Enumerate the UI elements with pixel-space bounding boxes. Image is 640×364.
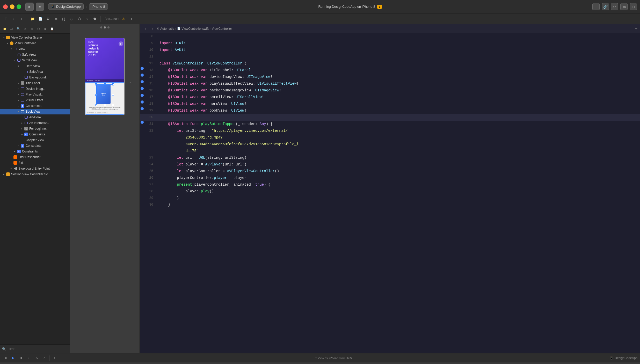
tree-item-constraints2[interactable]: ▸ C Constraints [0, 132, 70, 137]
test-icon[interactable]: ◇ [68, 16, 75, 22]
tree-arrow: ▸ [17, 105, 20, 107]
editor-icon[interactable]: ▭ [620, 3, 628, 10]
bc-symbol[interactable]: ViewController [212, 27, 232, 31]
bp-17[interactable] [140, 94, 144, 97]
bp-14[interactable] [140, 74, 144, 77]
bp-19[interactable] [140, 107, 144, 110]
code-line-11: 11 [140, 53, 640, 60]
status-step-in-btn[interactable]: ↘ [34, 355, 39, 361]
back-btn[interactable]: ‹ [10, 16, 17, 22]
nav-report-icon[interactable]: 📋 [49, 26, 55, 32]
device-selector[interactable]: iPhone 8 [89, 3, 108, 10]
editor-forward-btn[interactable]: › [150, 26, 155, 32]
nav-git-icon[interactable]: ⎇ [9, 26, 14, 32]
run-icon[interactable]: ▷ [84, 16, 90, 22]
tree-item-hero-view[interactable]: ▾ Hero View [0, 63, 70, 69]
status-pause-btn[interactable]: ⏸ [18, 355, 24, 361]
nav-breakpoint-icon[interactable]: ◉ [42, 26, 48, 32]
tree-item-first-responder[interactable]: ▸ First Responder [0, 154, 70, 160]
warning-badge[interactable]: 1 [377, 5, 382, 9]
tree-item-safe-area2[interactable]: ▸ Safe Area [0, 69, 70, 75]
tree-item-safe-area[interactable]: ▸ Safe Area [0, 52, 70, 57]
nav-test-icon[interactable]: ◇ [29, 26, 35, 32]
debug-icon[interactable]: ⬡ [76, 16, 83, 22]
editor-toolbar: ‹ › ⚙ Automatic › 📄 ViewController.swift… [140, 24, 640, 33]
tree-item-vc-scene[interactable]: ▾ View Controller Scene [0, 35, 70, 40]
tree-item-art-book[interactable]: ▸ Art-Book [0, 114, 70, 120]
nav-debug-icon[interactable]: ⬡ [36, 26, 41, 32]
tree-item-constraints3[interactable]: ▸ C Constraints [0, 143, 70, 149]
code-area[interactable]: 8 9 import UIKit 10 import AVKit 11 [140, 33, 640, 353]
nav-folder-icon[interactable]: 📁 [2, 26, 8, 32]
play-button[interactable]: ▶ [25, 3, 34, 11]
tree-item-view[interactable]: ▾ View [0, 46, 70, 52]
warning-icon[interactable]: ⚠ [120, 16, 127, 22]
bc-automatic[interactable]: ⚙ Automatic [157, 27, 174, 31]
nav-toggle-btn[interactable]: ⊞ [3, 16, 9, 22]
code-editor-panel: ‹ › ⚙ Automatic › 📄 ViewController.swift… [140, 24, 640, 353]
status-step-btn[interactable]: ↓ [26, 355, 32, 361]
nav-arrows[interactable]: › [128, 16, 135, 22]
line-content-29: } [157, 195, 640, 201]
tree-item-constraints4[interactable]: ▸ C Constraints [0, 149, 70, 154]
tree-item-an-interactive[interactable]: ▸ An Interactiv... [0, 120, 70, 126]
tree-item-scroll-view[interactable]: ▾ Scroll View [0, 57, 70, 63]
nav-issues-icon[interactable]: ⚠ [22, 26, 28, 32]
filter-input[interactable] [8, 347, 68, 351]
status-step-out-btn[interactable]: ↗ [41, 355, 47, 361]
tree-item-visual-effect[interactable]: ▸ Visual Effect... [0, 97, 70, 103]
line-content-25: let playerController = AVPlayerViewContr… [157, 168, 640, 174]
bc-file[interactable]: 📄 ViewController.swift [177, 27, 208, 31]
build-icon[interactable]: ⚙ [45, 16, 52, 22]
status-share-btn[interactable]: ⤴ [52, 355, 57, 361]
app-scheme-selector[interactable]: 📱 DesignCodeApp [48, 3, 84, 10]
line-num-10: 10 [144, 47, 157, 53]
folder-icon[interactable]: 📁 [29, 16, 36, 22]
layout-icon[interactable]: ↩ [611, 3, 618, 10]
forward-btn[interactable]: › [18, 16, 25, 22]
breakpoint-icon[interactable]: ⬟ [91, 16, 98, 22]
tree-item-constraints1[interactable]: ▸ C Constraints [0, 103, 70, 109]
nav-search-icon[interactable]: 🔍 [16, 26, 21, 32]
handle-bl [95, 104, 97, 106]
bp-16[interactable] [140, 87, 144, 90]
tree-item-device-img[interactable]: ▸ Device Imag... [0, 86, 70, 92]
hero-view-icon [20, 64, 25, 68]
tree-label: Constraints [26, 104, 41, 108]
bc-item-boo[interactable]: Boo...iew [105, 17, 117, 21]
line-num-8: 8 [144, 33, 157, 40]
tree-item-play-visual[interactable]: ▸ Play Visual... [0, 92, 70, 97]
tree-item-exit[interactable]: ▸ Exit [0, 160, 70, 166]
split-icon[interactable]: ⊟ [630, 3, 637, 10]
tree-item-background[interactable]: ▸ Background... [0, 75, 70, 80]
bp-15[interactable] [140, 80, 144, 83]
play-button-hero[interactable]: ▶ [119, 41, 123, 46]
book-description: An interactive book on how to design and… [87, 107, 123, 110]
tree-item-book-view[interactable]: ▾ Book View [0, 109, 70, 114]
maximize-button[interactable] [17, 4, 21, 9]
source-icon[interactable]: { } [60, 16, 67, 22]
link-icon[interactable]: 🔗 [602, 3, 609, 10]
tree-item-storyboard-entry[interactable]: → Storyboard Entry Point [0, 166, 70, 171]
tree-arrow: ▸ [17, 99, 20, 101]
tree-item-vc[interactable]: ▾ View Controller [0, 40, 70, 46]
storyboard-icon[interactable]: ▭ [53, 16, 59, 22]
bp-21[interactable] [140, 121, 144, 124]
editor-back-btn[interactable]: ‹ [142, 26, 148, 32]
status-play-btn[interactable]: ▶ [10, 355, 16, 361]
tree-item-for-beginners[interactable]: ▸ L For beginne... [0, 126, 70, 132]
bc-arrow: › [118, 17, 119, 21]
minimize-button[interactable] [10, 4, 14, 9]
bp-18[interactable] [140, 100, 144, 104]
tree-item-chapter-view[interactable]: ▸ Chapter View [0, 137, 70, 143]
tree-label: Art-Book [29, 115, 41, 119]
status-navigator-btn[interactable]: ⊞ [3, 355, 8, 361]
bp-13[interactable] [140, 67, 144, 70]
tree-item-title-label[interactable]: ▸ L Title Label [0, 80, 70, 86]
file-icon[interactable]: 📄 [37, 16, 44, 22]
stop-button[interactable]: ■ [36, 3, 44, 11]
close-button[interactable] [3, 4, 8, 9]
grid-icon[interactable]: ⊞ [592, 3, 600, 10]
tree-item-section-vc-scene[interactable]: ▸ Section View Controller Sc... [0, 171, 70, 177]
editor-add-btn[interactable]: + [635, 26, 637, 31]
